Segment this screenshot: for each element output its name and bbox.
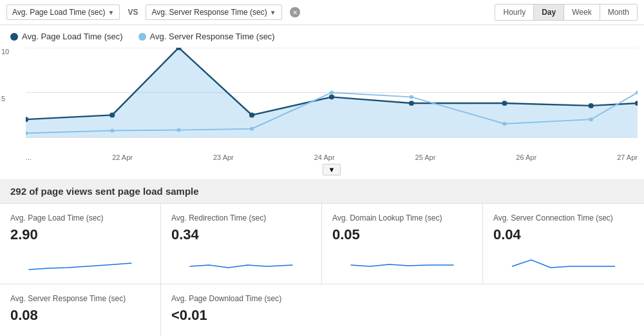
day-button[interactable]: Day <box>534 5 564 20</box>
metric-card-pagedownload: Avg. Page Download Time (sec) <0.01 <box>161 284 322 336</box>
svg-point-9 <box>409 101 414 106</box>
metric1-label: Avg. Page Load Time (sec) <box>12 8 106 17</box>
metric-value-serverconnection: 0.04 <box>493 226 634 243</box>
metric-title-redirection: Avg. Redirection Time (sec) <box>171 213 311 224</box>
metric-card-serverresponse: Avg. Server Response Time (sec) 0.08 <box>0 284 161 336</box>
legend-label-serverresponse: Avg. Server Response Time (sec) <box>150 32 275 41</box>
vs-label: VS <box>128 8 138 17</box>
hourly-button[interactable]: Hourly <box>495 5 534 20</box>
y-axis-left: 10 5 <box>1 48 9 141</box>
metric-value-serverresponse: 0.08 <box>10 307 150 324</box>
x-label-26apr: 26 Apr <box>516 153 536 161</box>
metric-title-serverconnection: Avg. Server Connection Time (sec) <box>493 213 634 224</box>
metric1-dropdown[interactable]: Avg. Page Load Time (sec) ▼ <box>6 5 120 20</box>
metric-card-pageload: Avg. Page Load Time (sec) 2.90 <box>0 204 161 284</box>
metric-title-domainlookup: Avg. Domain Lookup Time (sec) <box>332 213 472 224</box>
mini-chart-pageload <box>10 247 150 273</box>
x-label-25apr: 25 Apr <box>415 153 436 161</box>
mini-chart-domainlookup <box>332 247 472 273</box>
svg-point-17 <box>330 91 334 95</box>
x-axis-labels: ... 22 Apr 23 Apr 24 Apr 25 Apr 26 Apr 2… <box>0 151 644 163</box>
metric2-label: Avg. Server Response Time (sec) <box>151 8 267 17</box>
metric-value-pagedownload: <0.01 <box>171 307 312 324</box>
svg-point-10 <box>502 101 507 106</box>
legend: Avg. Page Load Time (sec) Avg. Server Re… <box>0 25 644 48</box>
metric-card-domainlookup: Avg. Domain Lookup Time (sec) 0.05 <box>322 204 483 284</box>
svg-point-5 <box>109 113 115 118</box>
svg-point-8 <box>329 95 334 100</box>
svg-point-19 <box>502 122 506 126</box>
y-label-5: 5 <box>1 95 9 103</box>
close-icon[interactable]: ✕ <box>290 7 300 17</box>
svg-point-20 <box>589 117 593 121</box>
chevron-down-icon2: ▼ <box>270 9 276 16</box>
metric-card-redirection: Avg. Redirection Time (sec) 0.34 <box>161 204 322 284</box>
month-button[interactable]: Month <box>600 5 637 20</box>
metric-selector: Avg. Page Load Time (sec) ▼ VS Avg. Serv… <box>6 5 300 20</box>
legend-item-pageload: Avg. Page Load Time (sec) <box>10 32 123 41</box>
legend-dot-serverresponse <box>138 33 146 41</box>
date-range-dropdown[interactable]: ▼ <box>323 164 341 175</box>
metric2-dropdown[interactable]: Avg. Server Response Time (sec) ▼ <box>146 5 281 20</box>
chevron-down-icon: ▼ <box>108 9 115 16</box>
svg-point-16 <box>250 127 254 131</box>
chart-svg <box>26 48 638 141</box>
metric-title-serverresponse: Avg. Server Response Time (sec) <box>10 293 150 304</box>
x-dropdown-row: ▼ <box>0 163 644 179</box>
time-buttons: Hourly Day Week Month <box>495 4 638 21</box>
x-label-dots: ... <box>26 153 32 161</box>
summary-text: 292 of page views sent page load sample <box>10 186 199 197</box>
metric-value-redirection: 0.34 <box>171 226 311 243</box>
mini-chart-redirection <box>171 247 311 273</box>
svg-point-15 <box>176 128 180 132</box>
metric-card-serverconnection: Avg. Server Connection Time (sec) 0.04 <box>483 204 644 284</box>
mini-chart-serverresponse <box>10 328 150 336</box>
legend-label-pageload: Avg. Page Load Time (sec) <box>22 32 123 41</box>
x-label-24apr: 24 Apr <box>314 153 335 161</box>
mini-chart-serverconnection <box>493 247 634 273</box>
metric-title-pagedownload: Avg. Page Download Time (sec) <box>171 293 312 304</box>
legend-dot-pageload <box>10 33 18 41</box>
metric-value-domainlookup: 0.05 <box>332 226 472 243</box>
legend-item-serverresponse: Avg. Server Response Time (sec) <box>138 32 275 41</box>
summary-bar: 292 of page views sent page load sample <box>0 179 644 204</box>
svg-point-14 <box>110 129 114 133</box>
svg-point-18 <box>410 95 413 99</box>
metric-value-pageload: 2.90 <box>10 226 150 243</box>
mini-chart-pagedownload <box>171 328 312 336</box>
metrics-grid: Avg. Page Load Time (sec) 2.90 Avg. Redi… <box>0 204 644 284</box>
y-label-10: 10 <box>1 48 9 55</box>
metric-title-pageload: Avg. Page Load Time (sec) <box>10 213 150 224</box>
svg-point-11 <box>589 103 594 108</box>
x-label-22apr: 22 Apr <box>112 153 133 161</box>
metrics-row2: Avg. Server Response Time (sec) 0.08 Avg… <box>0 284 644 336</box>
toolbar: Avg. Page Load Time (sec) ▼ VS Avg. Serv… <box>0 0 644 25</box>
x-label-23apr: 23 Apr <box>213 153 234 161</box>
svg-point-7 <box>249 113 254 118</box>
week-button[interactable]: Week <box>564 5 600 20</box>
x-label-27apr: 27 Apr <box>617 153 638 161</box>
